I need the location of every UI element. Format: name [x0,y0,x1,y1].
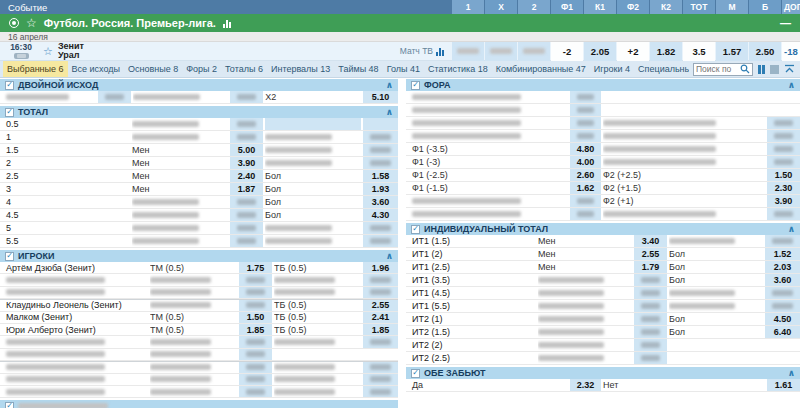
favorite-star-icon[interactable]: ☆ [26,17,37,29]
section-header-both-to-score[interactable]: ✓ОБЕ ЗАБЬЮТ∧ [406,367,800,379]
odds-value[interactable]: 3.60 [363,196,398,208]
checkbox-icon[interactable]: ✓ [411,81,420,90]
search-icon[interactable] [740,64,750,74]
blurred-odds-value[interactable] [765,287,800,299]
chevron-up-icon[interactable]: ∧ [788,81,795,90]
blurred-odds-value[interactable] [634,339,667,351]
checkbox-icon[interactable]: ✓ [5,402,14,408]
blurred-odds-value[interactable] [767,208,800,220]
single-column-view-icon[interactable] [770,65,779,74]
checkbox-icon[interactable]: ✓ [5,108,14,117]
blurred-odds-value[interactable] [239,374,272,385]
tab-9[interactable]: Статистика 18 [424,61,492,78]
section-header-total[interactable]: ✓ТОТАЛ∧ [0,106,398,118]
odds-value[interactable]: 2.55 [363,300,398,310]
empty-odds-cell[interactable] [265,118,361,130]
match-odds-cell[interactable]: 2.05 [584,42,616,61]
chevron-up-icon[interactable]: ∧ [788,369,795,378]
match-stats-icon[interactable] [436,47,444,56]
odds-value[interactable]: 4.00 [570,156,601,168]
blurred-odds-value[interactable] [634,287,667,299]
tab-2[interactable]: Все исходы [68,61,124,78]
odds-value[interactable]: 1.93 [363,183,398,195]
blurred-match-odds-cell[interactable] [485,42,517,61]
chevron-up-icon[interactable]: ∧ [788,225,795,234]
blurred-match-odds-cell[interactable] [518,42,550,61]
odds-value[interactable]: 2.55 [634,248,667,260]
match-odds-cell[interactable]: 3.5 [683,42,715,61]
odds-value[interactable]: 4.80 [570,143,601,155]
tab-11[interactable]: Игроки 4 [590,61,634,78]
odds-value[interactable]: 5.00 [230,144,263,156]
search-box[interactable] [693,63,753,76]
blurred-odds-value[interactable] [363,144,398,156]
odds-value[interactable]: 3.60 [765,274,800,286]
odds-value[interactable]: 1.52 [765,248,800,260]
match-row[interactable]: 16:30 ☆ Зенит Урал Матч ТВ -22.05+21.823… [0,42,800,61]
section-header-double-chance[interactable]: ✓ДВОЙНОЙ ИСХОД∧ [0,79,398,91]
chevron-up-icon[interactable]: ∧ [386,81,393,90]
tab-7[interactable]: Таймы 48 [334,61,382,78]
blurred-odds-value[interactable] [230,209,263,221]
odds-value[interactable]: 2.32 [570,379,601,391]
match-odds-cell[interactable]: 1.57 [716,42,748,61]
chevron-up-icon[interactable]: ∧ [386,108,393,117]
odds-value[interactable]: 6.40 [765,326,800,338]
blurred-odds-value[interactable] [765,235,800,247]
checkbox-icon[interactable]: ✓ [5,81,14,90]
blurred-odds-value[interactable] [634,300,667,312]
odds-value[interactable]: 1.85 [363,324,398,335]
chevron-up-icon[interactable]: ∧ [386,252,393,261]
blurred-odds-value[interactable] [767,130,800,142]
team-names[interactable]: Зенит Урал [58,42,84,61]
blurred-odds-value[interactable] [230,196,263,208]
blurred-odds-value[interactable] [363,222,398,234]
blurred-odds-value[interactable] [239,336,272,347]
match-odds-cell[interactable]: 2.50 [749,42,781,61]
blurred-odds-value[interactable] [634,326,667,338]
blurred-odds-value[interactable] [363,362,398,372]
match-odds-cell[interactable]: -18 [782,42,800,61]
tab-1[interactable]: Выбранные 6 [3,61,68,78]
tab-3[interactable]: Основные 8 [124,61,182,78]
section-header-partial[interactable]: ✓ [0,400,398,408]
blurred-odds-value[interactable] [239,362,272,372]
odds-value[interactable]: 3.90 [230,157,263,169]
odds-value[interactable]: 2.03 [765,261,800,273]
search-input[interactable] [696,64,738,74]
tab-6[interactable]: Интервалы 13 [267,61,334,78]
blurred-odds-value[interactable] [570,91,601,103]
blurred-odds-value[interactable] [239,349,272,360]
odds-value[interactable]: 3.90 [767,195,800,207]
blurred-odds-value[interactable] [570,104,601,116]
odds-value[interactable]: 4.30 [363,209,398,221]
odds-value[interactable]: 1.79 [634,261,667,273]
odds-value[interactable]: 3.40 [634,235,667,247]
blurred-odds-value[interactable] [570,208,601,220]
odds-value[interactable]: 4.50 [765,313,800,325]
match-odds-cell[interactable]: 1.82 [650,42,682,61]
match-favorite-star-icon[interactable]: ☆ [43,46,53,57]
blurred-odds-value[interactable] [363,386,398,397]
blurred-odds-value[interactable] [230,131,263,143]
blurred-odds-value[interactable] [634,274,667,286]
odds-value[interactable]: 1.61 [767,379,800,391]
blurred-odds-value[interactable] [767,117,800,129]
tab-5[interactable]: Тоталы 6 [221,61,267,78]
blurred-odds-value[interactable] [363,336,398,347]
blurred-odds-value[interactable] [363,287,398,298]
odds-value[interactable]: 1.96 [363,262,398,273]
blurred-odds-value[interactable] [230,235,263,247]
section-header-individual-total[interactable]: ✓ИНДИВИДУАЛЬНЫЙ ТОТАЛ∧ [406,223,800,235]
blurred-odds-value[interactable] [98,91,131,103]
blurred-odds-value[interactable] [363,374,398,385]
blurred-match-odds-cell[interactable] [452,42,484,61]
odds-value[interactable]: 1.85 [239,324,272,335]
checkbox-icon[interactable]: ✓ [411,225,420,234]
blurred-odds-value[interactable] [363,274,398,285]
tab-4[interactable]: Форы 2 [182,61,221,78]
tab-8[interactable]: Голы 41 [383,61,424,78]
odds-value[interactable]: 2.41 [363,312,398,323]
blurred-odds-value[interactable] [230,222,263,234]
blurred-odds-value[interactable] [767,143,800,155]
